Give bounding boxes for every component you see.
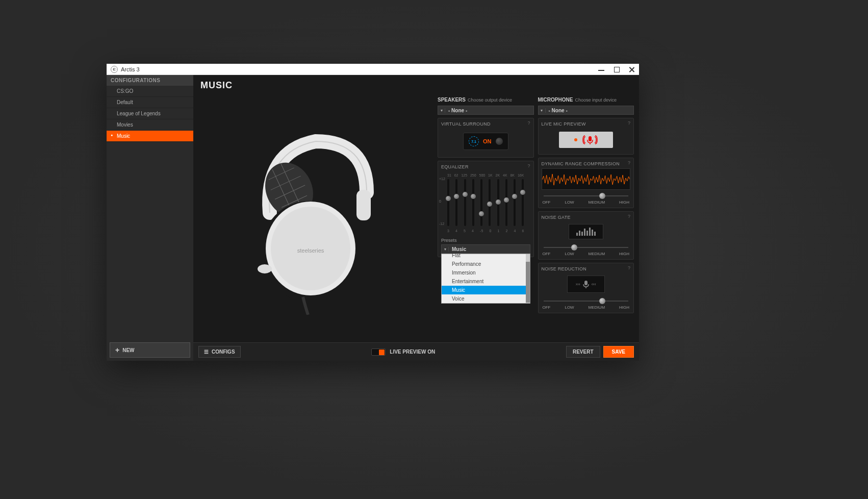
toggle-switch-icon [371, 348, 386, 356]
svg-rect-12 [589, 136, 592, 141]
noise-gate-section: NOISE GATE ? [538, 211, 634, 260]
product-image: steelseries [193, 93, 438, 342]
preset-option-immersion[interactable]: Immersion [442, 268, 530, 277]
app-icon: ◐ [111, 66, 118, 73]
config-item-default[interactable]: Default [107, 97, 193, 108]
configs-button[interactable]: ☰ CONFIGS [198, 346, 241, 358]
presets-label: Presets [441, 238, 530, 243]
eq-sliders: +12 0 -12 [441, 177, 530, 228]
svg-point-11 [258, 264, 272, 273]
save-button[interactable]: SAVE [603, 346, 634, 358]
mic-preview-section: LIVE MIC PREVIEW ? [538, 118, 634, 155]
help-icon[interactable]: ? [527, 120, 530, 126]
sidebar-header: CONFIGURATIONS [107, 75, 193, 86]
svg-rect-13 [584, 281, 588, 285]
drc-slider[interactable] [544, 194, 629, 198]
mic-live-icon [582, 135, 598, 145]
help-icon[interactable]: ? [527, 163, 530, 168]
equalizer-title: EQUALIZER [441, 164, 530, 169]
brand-text: steelseries [297, 247, 324, 254]
noise-gate-icon [569, 224, 603, 239]
drc-title: DYNAMIC RANGE COMPRESSION [542, 161, 631, 166]
help-icon[interactable]: ? [628, 160, 630, 165]
drc-labels: OFFLOWMEDIUMHIGH [542, 200, 631, 205]
surround-71-icon: 7.1 [469, 136, 479, 146]
eq-slider-125[interactable] [464, 179, 466, 226]
preset-option-voice[interactable]: Voice [442, 294, 530, 303]
mic-input-select[interactable]: ▾ - None - [538, 106, 634, 115]
titlebar: ◐ Arctis 3 [107, 64, 639, 75]
mic-preview-button[interactable] [559, 132, 613, 148]
live-preview-label: LIVE PREVIEW ON [390, 349, 435, 355]
speakers-column: SPEAKERS Choose output device ▾ - None -… [438, 97, 534, 338]
nr-labels: OFFLOWMEDIUMHIGH [542, 305, 631, 310]
window-title: Arctis 3 [121, 66, 598, 72]
preset-option-performance[interactable]: Performance [442, 260, 530, 268]
mic-subtitle: Choose input device [575, 97, 617, 103]
maximize-button[interactable] [614, 66, 620, 72]
page-title: MUSIC [193, 75, 639, 93]
gate-slider[interactable] [544, 245, 629, 250]
surround-toggle[interactable]: 7.1 ON [463, 133, 508, 150]
nr-slider[interactable] [544, 299, 629, 303]
gate-labels: OFFLOWMEDIUMHIGH [542, 252, 631, 256]
drc-waveform [542, 168, 631, 190]
microphone-column: MICROPHONE Choose input device ▾ - None … [538, 97, 634, 338]
eq-slider-500[interactable] [480, 179, 482, 226]
main-panel: MUSIC [193, 75, 639, 361]
preset-option-entertainment[interactable]: Entertainment [442, 277, 530, 286]
eq-slider-4k[interactable] [505, 179, 507, 226]
config-item-movies[interactable]: Movies [107, 119, 193, 131]
noise-reduction-icon: ››› ‹‹‹ [567, 276, 605, 293]
mic-preview-title: LIVE MIC PREVIEW [542, 121, 631, 127]
speakers-title: SPEAKERS [438, 97, 466, 103]
close-button[interactable] [629, 66, 635, 72]
surround-title: VIRTUAL SURROUND [441, 121, 530, 127]
preset-option-flat[interactable]: Flat [442, 251, 530, 260]
toggle-knob-icon [496, 138, 503, 145]
eq-band-labels: 31621252505001K2K4K8K16K [441, 173, 530, 177]
eq-slider-2k[interactable] [497, 179, 499, 226]
speakers-output-select[interactable]: ▾ - None - [438, 106, 534, 115]
footer: ☰ CONFIGS LIVE PREVIEW ON REVERT SAVE [193, 342, 639, 361]
eq-slider-31[interactable] [447, 179, 449, 226]
config-item-music[interactable]: Music [107, 131, 193, 142]
config-item-lol[interactable]: League of Legends [107, 108, 193, 119]
live-preview-toggle[interactable]: LIVE PREVIEW ON [371, 348, 435, 356]
eq-slider-16k[interactable] [522, 179, 524, 226]
preset-dropdown[interactable]: ▾ Music Flat Performance Immersion Enter… [441, 244, 530, 254]
svg-rect-10 [356, 190, 371, 220]
dropdown-arrow-icon: ▾ [438, 108, 445, 113]
surround-state: ON [483, 138, 492, 144]
eq-value-labels: 3454-501246 [441, 228, 530, 233]
minimize-button[interactable] [598, 66, 604, 72]
eq-slider-1k[interactable] [489, 179, 491, 226]
speakers-output-value: - None - [445, 108, 470, 113]
list-icon: ☰ [204, 349, 209, 355]
sidebar: CONFIGURATIONS CS:GO Default League of L… [107, 75, 193, 361]
gate-title: NOISE GATE [542, 215, 631, 220]
config-item-csgo[interactable]: CS:GO [107, 86, 193, 97]
preset-option-music[interactable]: Music [442, 286, 530, 294]
mic-input-value: - None - [546, 108, 571, 113]
eq-slider-250[interactable] [472, 179, 474, 226]
record-dot-icon [574, 138, 577, 141]
nr-title: NOISE REDUCTION [542, 266, 631, 271]
equalizer-section: EQUALIZER ? 31621252505001K2K4K8K16K +12… [438, 161, 534, 257]
mic-title: MICROPHONE [538, 97, 573, 103]
preset-menu: Flat Performance Immersion Entertainment… [441, 254, 530, 304]
preset-scrollbar[interactable] [526, 254, 530, 303]
eq-slider-8k[interactable] [514, 179, 516, 226]
config-list: CS:GO Default League of Legends Movies M… [107, 86, 193, 339]
new-config-button[interactable]: NEW [110, 342, 190, 358]
revert-button[interactable]: REVERT [566, 346, 600, 358]
dropdown-arrow-icon: ▾ [539, 108, 546, 113]
help-icon[interactable]: ? [628, 120, 630, 126]
noise-reduction-section: NOISE REDUCTION ? ››› ‹‹‹ [538, 263, 634, 313]
app-window: ◐ Arctis 3 CONFIGURATIONS CS:GO Default … [107, 64, 639, 361]
eq-slider-62[interactable] [455, 179, 457, 226]
help-icon[interactable]: ? [628, 214, 630, 219]
help-icon[interactable]: ? [628, 265, 630, 270]
virtual-surround-section: VIRTUAL SURROUND ? 7.1 ON [438, 118, 534, 158]
speakers-subtitle: Choose output device [468, 97, 512, 103]
